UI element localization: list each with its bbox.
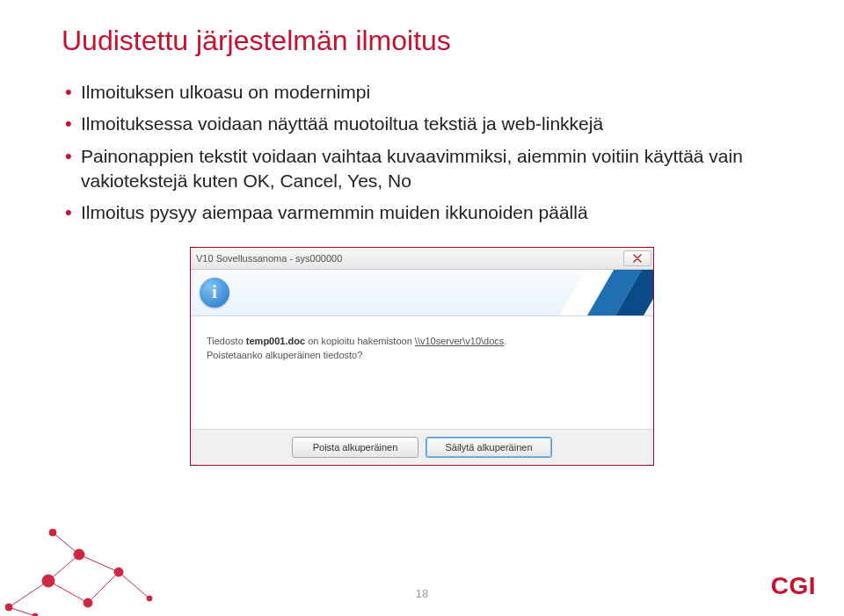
dialog-titlebar: V10 Sovellussanoma - sys000000 [191, 248, 653, 270]
bullet-item: Ilmoituksen ulkoasu on modernimpi [62, 80, 782, 105]
msg-filename: temp001.doc [246, 336, 305, 346]
svg-point-14 [49, 529, 56, 536]
banner-decoration [557, 270, 653, 315]
svg-line-4 [88, 572, 119, 603]
dialog-message-line1: Tiedosto temp001.doc on kopioitu hakemis… [207, 336, 637, 346]
bullet-item: Ilmoitus pysyy aiempaa varmemmin muiden … [62, 200, 782, 225]
msg-suffix: . [504, 336, 506, 346]
secondary-button[interactable]: Säilytä alkuperäinen [426, 437, 552, 458]
dialog-banner: i [191, 270, 653, 316]
svg-point-13 [147, 596, 152, 601]
slide-title: Uudistettu järjestelmän ilmoitus [62, 25, 782, 57]
msg-prefix: Tiedosto [207, 336, 246, 346]
info-icon: i [200, 278, 229, 308]
dialog-body: Tiedosto temp001.doc on kopioitu hakemis… [191, 316, 653, 429]
svg-line-3 [79, 554, 119, 572]
primary-button[interactable]: Poista alkuperäinen [292, 437, 418, 458]
msg-middle: on kopioitu hakemistoon [305, 336, 415, 346]
dialog-screenshot: V10 Sovellussanoma - sys000000 i Tiedost… [190, 247, 654, 466]
svg-point-11 [74, 549, 84, 560]
dialog-title-text: V10 Sovellussanoma - sys000000 [196, 253, 623, 264]
svg-line-0 [9, 581, 48, 607]
close-icon [633, 254, 642, 263]
svg-point-10 [84, 598, 92, 607]
cgi-logo: CGI [771, 572, 816, 600]
svg-point-9 [42, 575, 55, 587]
bullet-list: Ilmoituksen ulkoasu on modernimpi Ilmoit… [62, 80, 782, 226]
bullet-item: Painonappien tekstit voidaan vaihtaa kuv… [62, 144, 782, 194]
msg-path-link[interactable]: \\v10server\v10\docs [415, 336, 505, 346]
svg-point-12 [114, 568, 123, 576]
svg-line-5 [119, 572, 149, 598]
svg-line-1 [48, 581, 88, 603]
svg-point-8 [5, 604, 12, 611]
svg-line-7 [9, 607, 35, 616]
dialog-message-line2: Poistetaanko alkuperäinen tiedosto? [207, 350, 637, 360]
bullet-item: Ilmoituksessa voidaan näyttää muotoiltua… [62, 112, 782, 136]
close-button[interactable] [623, 250, 651, 266]
dialog-button-bar: Poista alkuperäinen Säilytä alkuperäinen [191, 429, 653, 465]
network-decoration-icon [0, 519, 185, 616]
